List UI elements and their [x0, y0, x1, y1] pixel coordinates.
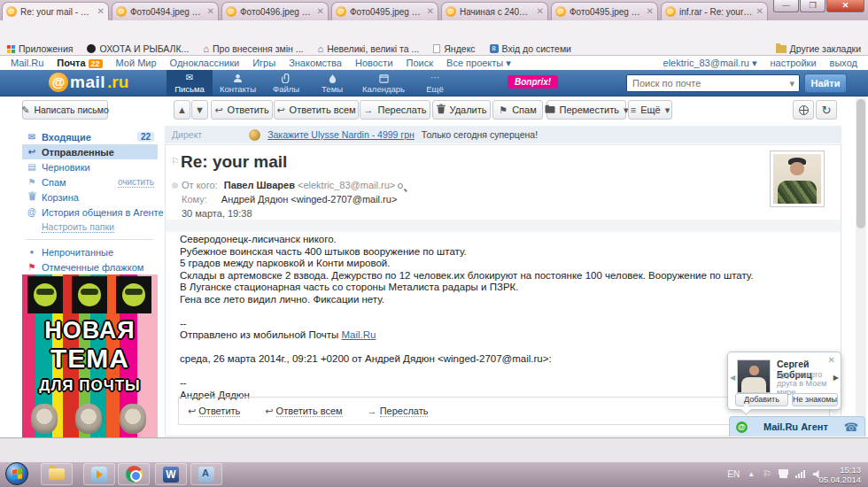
network-icon[interactable]	[795, 470, 805, 478]
tab-close-icon[interactable]: ✕	[97, 7, 105, 16]
browser-tab-6[interactable]: @ Фото0495.jpeg - Re: < ✕	[551, 2, 658, 20]
page-scrollbar[interactable]	[856, 97, 866, 437]
taskbar-word[interactable]: W	[155, 463, 187, 485]
next-contact-icon[interactable]: ▶	[833, 374, 839, 382]
next-message-button[interactable]: ▼	[191, 100, 208, 120]
folder-agent-history[interactable]: @История общения в Агенте	[22, 205, 158, 220]
filter-unread[interactable]: ●Непрочитанные	[22, 244, 158, 259]
move-button[interactable]: Переместить▾	[546, 100, 626, 120]
more-button[interactable]: ≡Ещё▾	[628, 100, 672, 120]
nav-pochta[interactable]: Почта22	[57, 58, 102, 68]
bookmark-item[interactable]: Яндекс	[433, 43, 475, 54]
mailru-logo[interactable]: @ mail .ru	[49, 73, 128, 92]
tab-calendar[interactable]: Календарь	[355, 70, 412, 97]
bookmark-item[interactable]: 8Вхід до системи	[490, 43, 571, 54]
action-center-flag-icon[interactable]: ⚐	[763, 468, 771, 480]
tab-close-icon[interactable]: ✕	[537, 7, 544, 16]
ad-banner[interactable]: НОВАЯ ТЕМА ДЛЯ ПОЧТЫ	[22, 274, 158, 439]
nav-moymir[interactable]: Мой Мир	[116, 58, 157, 68]
language-indicator[interactable]: EN	[727, 469, 740, 479]
folder-drafts[interactable]: ▤Черновики	[22, 159, 158, 174]
folder-inbox[interactable]: ✉Входящие22	[22, 129, 158, 144]
tab-letters[interactable]: ✉Письма	[167, 70, 213, 97]
tab-close-icon[interactable]: ✕	[207, 7, 214, 16]
window-minimize-button[interactable]: —	[773, 0, 799, 12]
prev-message-button[interactable]: ▲	[174, 100, 190, 120]
tab-close-icon[interactable]: ✕	[756, 7, 763, 16]
taskbar-chrome[interactable]	[118, 463, 150, 485]
refresh-button[interactable]: ↻	[816, 100, 837, 120]
window-close-button[interactable]: ✕	[826, 0, 864, 12]
clear-spam-link[interactable]: очистить	[118, 177, 154, 188]
taskbar-viewer[interactable]	[190, 463, 222, 485]
flag-icon[interactable]: ⚐	[171, 156, 180, 167]
tab-more[interactable]: ···Ещё	[412, 70, 458, 97]
browser-tab-7[interactable]: @ inf.rar - Re: your mail ✕	[661, 2, 768, 20]
nav-odnoklassniki[interactable]: Одноклассники	[170, 58, 240, 68]
taskbar-explorer[interactable]	[41, 463, 73, 485]
folder-trash[interactable]: Корзина	[22, 189, 158, 205]
nav-mailru[interactable]: Mail.Ru	[11, 58, 43, 68]
tab-close-icon[interactable]: ✕	[427, 7, 434, 16]
browser-tab-1[interactable]: @ Re: your mail - elektric ✕	[2, 2, 109, 20]
taskbar-clock[interactable]: 15:13 05.04.2014	[818, 465, 861, 484]
folder-sent[interactable]: ↩Отправленные	[22, 144, 158, 159]
browser-tab-5[interactable]: @ Начиная с 2403.docx ✕	[441, 2, 548, 20]
tray-expand-icon[interactable]: ▲	[748, 470, 755, 478]
close-icon[interactable]: ✕	[828, 355, 835, 365]
scrollbar-thumb[interactable]	[856, 99, 865, 228]
browser-tab-4[interactable]: @ Фото0495.jpeg - Re: < ✕	[331, 2, 438, 20]
configure-folders[interactable]: Настроить папки	[22, 220, 158, 235]
folder-spam[interactable]: ⚑Спамочистить	[22, 174, 158, 189]
bookmark-item[interactable]: ОХОТА И РЫБАЛК...	[87, 43, 189, 54]
reply-all-button[interactable]: ↩Ответить всем	[274, 100, 359, 120]
translate-button[interactable]	[793, 100, 814, 120]
settings-link[interactable]: настройки	[771, 58, 817, 68]
start-button[interactable]	[5, 462, 28, 485]
power-icon[interactable]	[779, 471, 787, 478]
reply-button[interactable]: ↩Ответить	[211, 100, 273, 120]
reply-all-link[interactable]: ↩ Ответить всем	[265, 406, 342, 416]
bookmark-apps[interactable]: Приложения	[7, 43, 73, 54]
agent-bar[interactable]: @ Mail.Ru Агент ☎	[729, 416, 865, 437]
taskbar-media-player[interactable]	[83, 463, 115, 485]
browser-tab-2[interactable]: @ Фото0494.jpeg - Re: < ✕	[112, 2, 219, 20]
ad-link[interactable]: Закажите Ulysse Nardin - 4999 грн	[267, 129, 415, 140]
forward-button[interactable]: →Переслать	[360, 100, 430, 120]
account-menu[interactable]: elektric_83@mail.ru ▾	[663, 58, 757, 69]
spam-button[interactable]: ⚑Спам	[492, 100, 543, 120]
search-sender-icon[interactable]	[398, 183, 403, 189]
tab-files[interactable]: Файлы	[263, 70, 309, 97]
tab-close-icon[interactable]: ✕	[647, 7, 654, 16]
window-maximize-button[interactable]: ❒	[800, 0, 825, 12]
nav-igry[interactable]: Игры	[252, 58, 275, 68]
chevron-down-icon[interactable]: ▾	[785, 78, 799, 89]
sender-avatar[interactable]	[770, 151, 825, 207]
browser-tab-3[interactable]: @ Фото0496.jpeg - Re: < ✕	[221, 2, 329, 20]
phone-icon[interactable]: ☎	[844, 421, 858, 434]
from-name[interactable]: Павел Шварев	[224, 180, 295, 190]
mailru-link[interactable]: Mail.Ru	[342, 329, 376, 340]
tab-close-icon[interactable]: ✕	[317, 7, 324, 16]
mail-search-box[interactable]: ▾	[626, 74, 800, 92]
tab-themes[interactable]: Темы	[309, 70, 355, 97]
nav-vse-proekty[interactable]: Все проекты ▾	[446, 58, 511, 69]
logout-link[interactable]: выход	[830, 58, 857, 68]
compose-button[interactable]: ✎Написать письмо	[22, 100, 108, 120]
nav-poisk[interactable]: Поиск	[407, 58, 433, 68]
promo-badge[interactable]: Bonprix!	[508, 75, 558, 89]
not-acquainted-button[interactable]: Не знакомы	[792, 393, 838, 406]
filter-flagged[interactable]: ⚑Отмеченные флажком	[22, 259, 158, 274]
forward-link[interactable]: → Переслать	[368, 406, 429, 416]
nav-znakomstva[interactable]: Знакомства	[289, 58, 342, 68]
nav-novosti[interactable]: Новости	[355, 58, 393, 68]
bookmark-item[interactable]: ⌂Про внесення змін ...	[203, 43, 303, 54]
mail-search-input[interactable]	[627, 78, 785, 89]
other-bookmarks[interactable]: Другие закладки	[776, 43, 861, 54]
bookmark-item[interactable]: ⌂Невеликі, великі та ...	[318, 43, 420, 54]
search-submit-button[interactable]: Найти	[804, 73, 847, 93]
reply-link[interactable]: ↩ Ответить	[188, 406, 240, 416]
add-contact-button[interactable]: Добавить	[735, 393, 788, 406]
prev-contact-icon[interactable]: ◀	[730, 374, 735, 382]
tab-contacts[interactable]: Контакты	[213, 70, 263, 97]
